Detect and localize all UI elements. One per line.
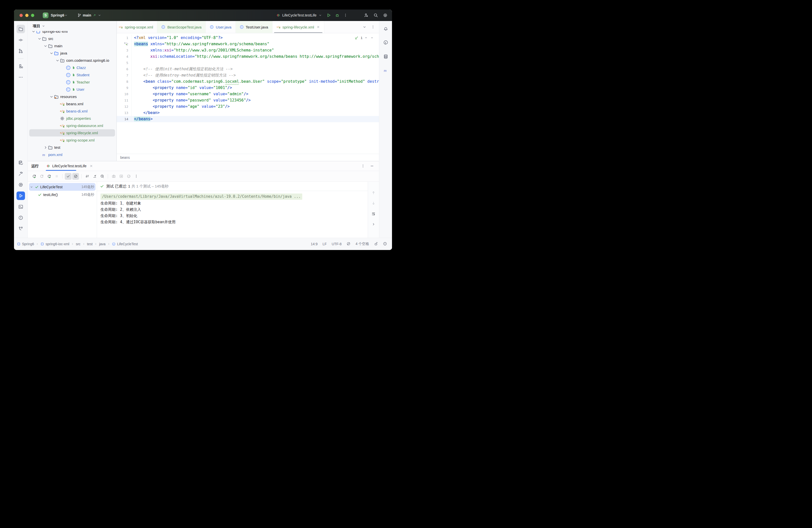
tree-item-beans-xml[interactable]: </>beans.xml (28, 100, 116, 107)
more-options-button[interactable] (133, 173, 140, 180)
breadcrumb-lifecycletest[interactable]: CLifeCycleTest (112, 242, 138, 246)
chevron-down-icon[interactable] (55, 58, 60, 63)
code-line-7[interactable]: 7 <!-- 使用destroy-method属性指定销毁方法 --> (117, 72, 379, 78)
tree-item-test[interactable]: test (28, 144, 116, 151)
activity-button-ai-assistant[interactable] (383, 40, 388, 46)
activity-button-profiler[interactable] (16, 180, 25, 189)
status-caret-position[interactable]: 14:9 (311, 242, 318, 246)
project-chevron-icon[interactable] (64, 14, 68, 17)
editor-tab-spring-scope-xml[interactable]: </>spring-scope.xml (117, 21, 157, 33)
zoom-window-button[interactable] (31, 14, 34, 17)
activity-button-build[interactable] (16, 170, 25, 178)
activity-button-structure[interactable] (16, 62, 25, 71)
breadcrumb-src[interactable]: src (76, 242, 81, 246)
editor-tab-testuser-java[interactable]: CTestUser.java (236, 21, 273, 33)
code-line-9[interactable]: 9 <property name="id" value="1001"/> (117, 85, 379, 91)
chevron-down-icon[interactable] (43, 44, 48, 48)
close-window-button[interactable] (19, 14, 23, 17)
code-line-3[interactable]: 3 xmlns:xsi="http://www.w3.org/2001/XMLS… (117, 47, 379, 54)
editor-tab-spring-lifecycle-xml[interactable]: </>spring-lifecycle.xml (273, 21, 324, 33)
editor-tab-beanscopetest-java[interactable]: CBeanScopeTest.java (157, 21, 206, 33)
close-tab-icon[interactable] (317, 25, 320, 29)
chevron-down-icon[interactable] (30, 185, 33, 189)
soft-wrap-button[interactable] (372, 212, 376, 217)
breadcrumb-spring6-ioc-xml[interactable]: spring6-ioc-xml (41, 242, 69, 246)
tree-item-spring-datasource-xml[interactable]: </>spring-datasource.xml (28, 122, 116, 129)
code-line-5[interactable]: 5 (117, 60, 379, 66)
tree-item-resources[interactable]: resources (28, 93, 116, 100)
coverage-button[interactable] (125, 173, 132, 180)
navigate-collapse-button[interactable] (91, 173, 98, 180)
chevron-down-icon[interactable] (49, 94, 54, 99)
chevron-down-icon[interactable] (31, 31, 36, 34)
show-passed-button[interactable] (65, 173, 72, 180)
code-line-10[interactable]: 10 <property name="username" value="admi… (117, 91, 379, 97)
scroll-up-button[interactable] (372, 191, 376, 196)
breadcrumb-java[interactable]: java (99, 242, 105, 246)
breadcrumb-item[interactable]: beans (120, 156, 130, 160)
scroll-down-button[interactable] (372, 201, 376, 206)
tree-item-spring-lifecycle-xml[interactable]: </>spring-lifecycle.xml (29, 129, 115, 136)
rerun-failed-tests-button[interactable] (38, 173, 45, 180)
stop-button[interactable] (53, 173, 60, 180)
activity-button-notifications[interactable] (383, 26, 388, 32)
code-line-4[interactable]: 4 xsi:schemaLocation="http://www.springf… (117, 54, 379, 60)
status-line-ending[interactable]: LF (322, 242, 327, 246)
tree-item-spring6-ioc-xml[interactable]: spring6-ioc-xml (28, 31, 116, 35)
activity-button-problems[interactable] (16, 214, 25, 222)
activity-button-more[interactable] (16, 73, 25, 82)
chevron-down-icon[interactable] (37, 36, 42, 41)
code-line-8[interactable]: 8 <bean class="com.codermast.spring6.ioc… (117, 78, 379, 85)
activity-button-commit[interactable] (16, 36, 25, 44)
run-configuration-widget[interactable]: LifeCycleTest.testLife (276, 13, 322, 17)
breadcrumb-spring6[interactable]: Spring6 (17, 242, 34, 246)
search-everywhere-button[interactable] (374, 13, 378, 17)
inspection-widget[interactable]: 1 (353, 35, 375, 40)
tree-item-user[interactable]: CUser (28, 86, 116, 93)
tree-item-src[interactable]: src (28, 35, 116, 42)
code-line-6[interactable]: 6 <!-- 使用init-method属性指定初始化方法 --> (117, 66, 379, 72)
status-encoding[interactable]: UTF-8 (332, 242, 342, 246)
activity-button-pull-requests[interactable] (16, 47, 25, 55)
more-actions-button[interactable] (344, 13, 348, 17)
run-button[interactable] (327, 13, 331, 17)
run-tab[interactable]: LifeCycleTest.testLife (46, 161, 93, 171)
code-line-2[interactable]: 2<beans xmlns="http://www.springframewor… (117, 41, 379, 47)
activity-button-database[interactable] (383, 54, 388, 60)
next-problem-icon[interactable] (371, 36, 374, 39)
code-line-12[interactable]: 12 <property name="age" value="23"/> (117, 103, 379, 110)
chevron-right-icon[interactable] (43, 145, 48, 150)
tree-item-jdbc-properties[interactable]: jdbc.properties (28, 115, 116, 122)
status-inspections-widget[interactable] (383, 242, 387, 247)
screenshot-button[interactable] (110, 173, 117, 180)
prev-problem-icon[interactable] (364, 36, 367, 39)
project-view-chevron-icon[interactable] (42, 24, 45, 28)
editor-breadcrumbs[interactable]: beans (117, 154, 379, 161)
tree-item-beans-di-xml[interactable]: </>beans-di.xml (28, 107, 116, 115)
code-line-1[interactable]: 1<?xml version="1.0" encoding="UTF-8"?> (117, 35, 379, 41)
code-line-11[interactable]: 11 <property name="password" value="1234… (117, 97, 379, 103)
scroll-to-end-button[interactable] (372, 222, 376, 227)
show-ignored-button[interactable] (72, 173, 79, 180)
tree-item-java[interactable]: java (28, 49, 116, 57)
breadcrumb-test[interactable]: test (87, 242, 93, 246)
status-highlight-level[interactable] (347, 242, 350, 247)
activity-button-project[interactable] (16, 25, 25, 33)
tree-item-pom-xml[interactable]: mpom.xml (28, 151, 116, 158)
toggle-auto-test-button[interactable] (46, 173, 53, 180)
minimize-window-button[interactable] (25, 14, 29, 17)
tree-item-spring-scope-xml[interactable]: </>spring-scope.xml (28, 136, 116, 144)
status-indent[interactable]: 4 个空格 (356, 242, 369, 246)
hide-panel-icon[interactable] (370, 164, 374, 168)
debug-button[interactable] (335, 13, 339, 17)
tree-item-clazz[interactable]: CClazz (28, 64, 116, 71)
import-test-results-button[interactable] (118, 173, 125, 180)
branch-widget[interactable]: main (77, 13, 101, 17)
console-output[interactable]: /Users/codermast/Library/Java/JavaVirtua… (97, 191, 379, 238)
code-with-me-button[interactable] (364, 13, 368, 17)
editor-tab-user-java[interactable]: CUser.java (206, 21, 236, 33)
status-file-writable[interactable] (374, 242, 378, 247)
code-editor[interactable]: 1<?xml version="1.0" encoding="UTF-8"?>2… (117, 33, 379, 154)
rerun-button[interactable] (31, 173, 38, 180)
sort-by-duration-button[interactable] (84, 173, 90, 180)
